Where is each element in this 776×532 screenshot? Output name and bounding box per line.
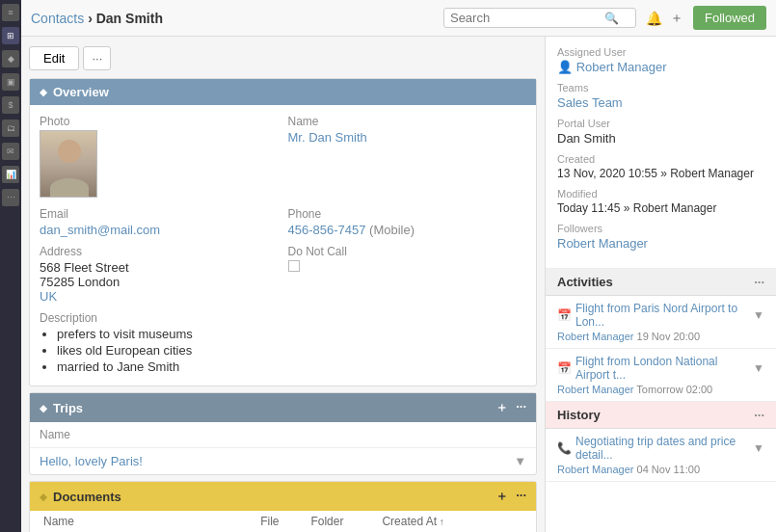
photo-head — [58, 140, 81, 163]
do-not-call-checkbox[interactable] — [288, 260, 300, 272]
history-text-1[interactable]: Negotiating trip dates and price detail.… — [575, 435, 749, 462]
calendar-icon-1: 📅 — [557, 308, 572, 322]
followers-value: Robert Manager — [557, 236, 764, 251]
assigned-user-value: 👤 Robert Manager — [557, 60, 764, 74]
main-content: Contacts › Dan Smith 🔍 🔔 ＋ Followed Edit… — [21, 0, 776, 532]
address-country: UK — [40, 289, 279, 304]
trip-link[interactable]: Hello, lovely Paris! — [40, 454, 143, 468]
description-list: prefers to visit museums likes old Europ… — [40, 327, 526, 374]
phone-type: (Mobile) — [369, 223, 415, 237]
topbar: Contacts › Dan Smith 🔍 🔔 ＋ Followed — [21, 0, 776, 37]
breadcrumb-contacts-link[interactable]: Contacts — [31, 11, 84, 26]
activity-title-2: 📅 Flight from London National Airport t.… — [557, 355, 764, 382]
history-more-icon[interactable]: ··· — [754, 408, 764, 422]
documents-title: Documents — [53, 490, 121, 504]
sidebar-icon-blocks[interactable]: ▣ — [2, 73, 19, 91]
address-city: 75285 London — [40, 275, 120, 289]
breadcrumb-current: Dan Smith — [96, 11, 163, 26]
trip-expand-icon[interactable]: ▼ — [514, 454, 526, 468]
history-title-1: 📞 Negotiating trip dates and price detai… — [557, 435, 764, 462]
photo-box — [40, 130, 97, 198]
sidebar-icon-reports[interactable]: 📊 — [2, 166, 19, 183]
do-not-call-section: Do Not Call — [288, 245, 527, 304]
portal-user-label: Portal User — [557, 118, 764, 129]
sidebar-icon-finance[interactable]: $ — [2, 96, 19, 114]
phone-label: Phone — [288, 207, 527, 221]
photo-placeholder — [40, 130, 96, 198]
activity-text-1[interactable]: Flight from Paris Nord Airport to Lon... — [575, 302, 749, 329]
calendar-icon-2: 📅 — [557, 361, 572, 375]
sidebar-icon-more[interactable]: ⋯ — [2, 189, 19, 206]
activity-manager-1: Robert Manager — [557, 331, 634, 342]
trip-item[interactable]: Hello, lovely Paris! ▼ — [30, 447, 536, 474]
overview-grid: Photo Name Mr. Dan Smith — [40, 115, 526, 198]
name-section: Name Mr. Dan Smith — [288, 115, 527, 198]
overview-header: ◆ Overview — [30, 79, 536, 105]
phone-value: 456-856-7457 (Mobile) — [288, 223, 527, 237]
documents-actions: ＋ ··· — [495, 488, 526, 505]
trips-add-icon[interactable]: ＋ — [495, 399, 508, 416]
sidebar-icon-email[interactable]: ✉ — [2, 143, 19, 160]
doc-col-actions — [491, 511, 530, 532]
add-icon[interactable]: ＋ — [670, 10, 683, 27]
description-label: Description — [40, 311, 526, 325]
description-item-3: married to Jane Smith — [57, 359, 526, 374]
name-label: Name — [288, 115, 527, 128]
sidebar-icon-home[interactable]: ⊞ — [2, 27, 19, 44]
documents-table-wrap: Name File Folder Created At Travel Itine… — [30, 511, 536, 532]
photo-label: Photo — [40, 115, 279, 128]
email-value[interactable]: dan_smith@mail.com — [40, 223, 279, 237]
followed-button[interactable]: Followed — [693, 6, 766, 30]
edit-button[interactable]: Edit — [29, 46, 79, 70]
trips-diamond-icon: ◆ — [40, 403, 47, 413]
sidebar-icon-contacts[interactable]: ◆ — [2, 50, 19, 67]
trips-title: Trips — [53, 401, 83, 415]
address-grid: Address 568 Fleet Street 75285 London UK… — [40, 245, 526, 304]
documents-more-icon[interactable]: ··· — [516, 488, 526, 505]
do-not-call-label: Do Not Call — [288, 245, 527, 258]
left-panel: Edit ··· ◆ Overview Photo — [21, 37, 545, 532]
sidebar-icon-cases[interactable]: 🗂 — [2, 120, 19, 137]
assigned-user-name[interactable]: Robert Manager — [576, 60, 667, 74]
contact-grid: Email dan_smith@mail.com Phone 456-856-7… — [40, 207, 526, 237]
modified-label: Modified — [557, 188, 764, 200]
doc-col-folder: Folder — [303, 511, 374, 532]
overview-diamond-icon: ◆ — [40, 87, 47, 97]
trips-more-icon[interactable]: ··· — [516, 399, 526, 416]
history-header: History ··· — [546, 402, 776, 429]
activity-datetime-1: 19 Nov 20:00 — [637, 331, 700, 342]
more-button[interactable]: ··· — [83, 46, 111, 70]
documents-diamond-icon: ◆ — [40, 492, 47, 502]
phone-section: Phone 456-856-7457 (Mobile) — [288, 207, 527, 237]
activity-datetime-2: Tomorrow 02:00 — [636, 384, 712, 395]
notifications-icon[interactable]: 🔔 — [646, 11, 662, 26]
contact-fields: Email dan_smith@mail.com Phone 456-856-7… — [40, 207, 526, 374]
activities-header: Activities ··· — [546, 269, 776, 296]
overview-title: Overview — [53, 85, 109, 99]
activity-text-2[interactable]: Flight from London National Airport t... — [575, 355, 749, 382]
activity-expand-2[interactable]: ▼ — [753, 361, 764, 375]
documents-add-icon[interactable]: ＋ — [495, 488, 508, 505]
search-input[interactable] — [450, 11, 604, 25]
name-value: Mr. Dan Smith — [288, 130, 527, 145]
activity-expand-1[interactable]: ▼ — [753, 308, 764, 322]
teams-value[interactable]: Sales Team — [557, 95, 764, 110]
search-box[interactable]: 🔍 — [443, 8, 636, 28]
activities-more-icon[interactable]: ··· — [754, 275, 764, 289]
history-expand-1[interactable]: ▼ — [753, 441, 764, 455]
documents-table: Name File Folder Created At Travel Itine… — [36, 511, 530, 532]
trips-header: ◆ Trips ＋ ··· — [30, 393, 536, 422]
documents-header: ◆ Documents ＋ ··· — [30, 482, 536, 511]
phone-number: 456-856-7457 — [288, 223, 366, 237]
search-icon: 🔍 — [604, 12, 619, 25]
address-section: Address 568 Fleet Street 75285 London UK — [40, 245, 279, 304]
photo-section: Photo — [40, 115, 279, 198]
doc-col-created[interactable]: Created At — [374, 511, 490, 532]
email-section: Email dan_smith@mail.com — [40, 207, 279, 237]
description-item-1: prefers to visit museums — [57, 327, 526, 341]
trips-actions: ＋ ··· — [495, 399, 526, 416]
action-bar: Edit ··· — [29, 44, 537, 72]
activity-item-1: 📅 Flight from Paris Nord Airport to Lon.… — [546, 296, 776, 349]
sidebar-icon-menu[interactable]: ≡ — [2, 4, 19, 21]
activity-meta-1: Robert Manager 19 Nov 20:00 — [557, 331, 764, 342]
